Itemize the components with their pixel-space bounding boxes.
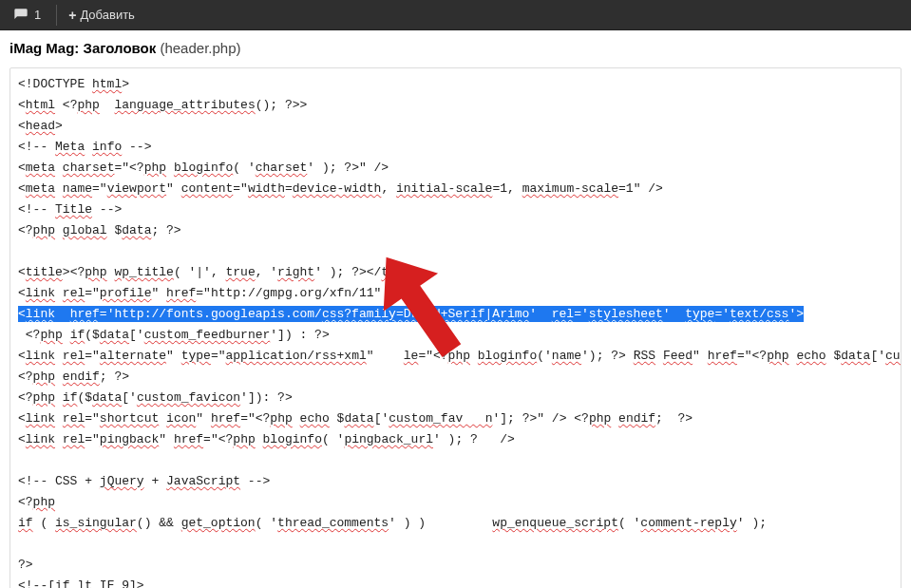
page-title-bold: iMag Mag: Заголовок [9,40,156,56]
comment-count: 1 [34,8,41,22]
add-button-label: Добавить [80,8,134,22]
top-toolbar: 1 + Добавить [0,0,911,30]
add-button[interactable]: + Добавить [61,4,142,27]
plus-icon: + [68,8,76,23]
toolbar-divider [56,5,57,26]
comment-icon [13,8,28,23]
page-title-file: (header.php) [160,40,240,56]
page-title: iMag Mag: Заголовок (header.php) [0,30,911,62]
code-panel: <!DOCTYPE html> <html <?php language_att… [9,67,902,588]
comments-button[interactable]: 1 [6,4,48,27]
code-editor[interactable]: <!DOCTYPE html> <html <?php language_att… [10,68,901,588]
